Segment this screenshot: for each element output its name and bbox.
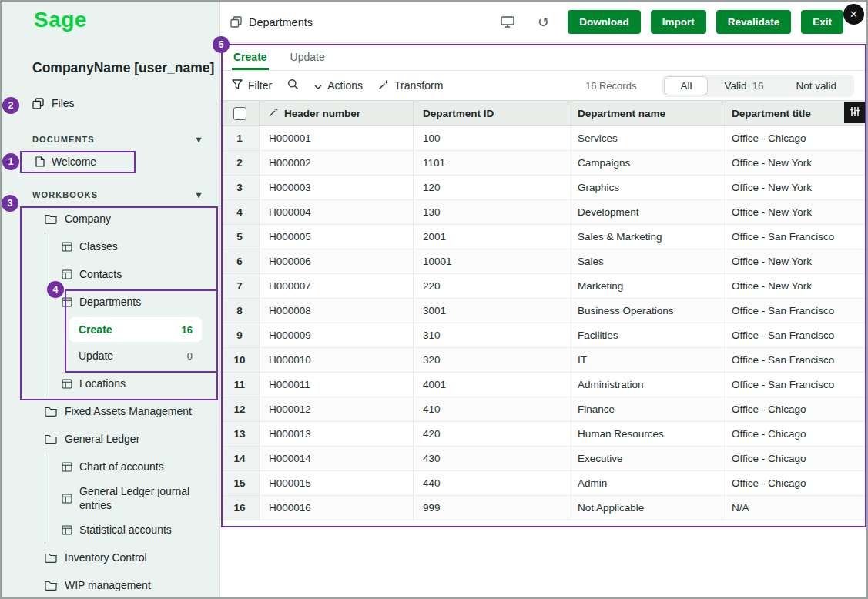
row-number[interactable]: 5 (220, 225, 260, 249)
cell-department-name[interactable]: Executive (568, 447, 722, 471)
cell-department-name[interactable]: Administration (568, 373, 722, 397)
cell-department-id[interactable]: 2001 (414, 225, 568, 249)
table-row[interactable]: 6 H000006 10001 Sales Office - New York (220, 249, 868, 274)
tree-item[interactable]: Update 0 (69, 343, 202, 368)
cell-department-title[interactable]: Office - Chicago (722, 126, 868, 151)
cell-department-name[interactable]: Campaigns (568, 151, 722, 176)
action-button[interactable]: Exit (801, 10, 843, 34)
cell-department-id[interactable]: 420 (414, 422, 568, 447)
cell-header-number[interactable]: H000003 (260, 176, 414, 200)
cell-department-id[interactable]: 430 (414, 447, 568, 471)
cell-department-name[interactable]: Marketing (568, 274, 722, 299)
history-icon[interactable]: ↺ (538, 15, 549, 29)
tree-item[interactable]: General Ledger (2, 425, 219, 453)
cell-department-title[interactable]: Office - Chicago (722, 397, 868, 422)
cell-department-id[interactable]: 100 (414, 126, 568, 151)
cell-department-id[interactable]: 440 (414, 471, 568, 496)
action-button[interactable]: Revalidate (716, 10, 792, 34)
cell-department-id[interactable]: 310 (414, 323, 568, 348)
select-all-checkbox[interactable] (233, 107, 246, 120)
cell-department-name[interactable]: Finance (568, 397, 722, 422)
column-header-header-number[interactable]: Header number (260, 101, 414, 126)
cell-department-title[interactable]: Office - New York (722, 176, 868, 200)
table-row[interactable]: 5 H000005 2001 Sales & Marketing Office … (220, 225, 868, 249)
cell-department-id[interactable]: 3001 (414, 299, 568, 323)
cell-department-id[interactable]: 220 (414, 274, 568, 299)
cell-department-title[interactable]: Office - San Francisco (722, 373, 868, 397)
tree-item[interactable]: Fixed Assets Management (2, 397, 219, 425)
sidebar-item-files[interactable]: Files (32, 97, 75, 109)
filter-button[interactable]: Filter (232, 79, 272, 92)
table-row[interactable]: 11 H000011 4001 Administration Office - … (220, 373, 868, 397)
cell-department-id[interactable]: 4001 (414, 373, 568, 397)
row-number[interactable]: 14 (220, 447, 260, 471)
tree-item[interactable]: WIP management (2, 571, 219, 599)
sidebar-item-welcome[interactable]: Welcome (35, 156, 96, 168)
action-button[interactable]: Import (651, 10, 706, 34)
table-row[interactable]: 7 H000007 220 Marketing Office - New Yor… (220, 274, 868, 299)
row-number[interactable]: 12 (220, 397, 260, 422)
actions-dropdown[interactable]: Actions (314, 79, 363, 92)
cell-department-name[interactable]: Graphics (568, 176, 722, 200)
table-row[interactable]: 2 H000002 1101 Campaigns Office - New Yo… (220, 151, 868, 176)
tab[interactable]: Create (233, 51, 267, 70)
table-row[interactable]: 4 H000004 130 Development Office - New Y… (220, 200, 868, 225)
row-number[interactable]: 3 (220, 176, 260, 200)
row-number[interactable]: 13 (220, 422, 260, 447)
table-row[interactable]: 8 H000008 3001 Business Operations Offic… (220, 299, 868, 323)
close-button[interactable]: ✕ (843, 4, 864, 25)
cell-header-number[interactable]: H000014 (260, 447, 414, 471)
cell-department-id[interactable]: 410 (414, 397, 568, 422)
cell-department-id[interactable]: 120 (414, 176, 568, 200)
tree-item[interactable]: Statistical accounts (2, 516, 219, 544)
transform-button[interactable]: Transform (378, 79, 443, 92)
cell-department-title[interactable]: Office - San Francisco (722, 348, 868, 373)
cell-header-number[interactable]: H000011 (260, 373, 414, 397)
table-row[interactable]: 3 H000003 120 Graphics Office - New York (220, 176, 868, 200)
cell-header-number[interactable]: H000005 (260, 225, 414, 249)
cell-header-number[interactable]: H000008 (260, 299, 414, 323)
row-number[interactable]: 11 (220, 373, 260, 397)
cell-header-number[interactable]: H000002 (260, 151, 414, 176)
row-number[interactable]: 6 (220, 249, 260, 274)
cell-department-id[interactable]: 10001 (414, 249, 568, 274)
table-row[interactable]: 1 H000001 100 Services Office - Chicago (220, 126, 868, 151)
cell-department-name[interactable]: Not Applicable (568, 496, 722, 520)
segment-button[interactable]: All (664, 76, 708, 95)
cell-department-name[interactable]: Business Operations (568, 299, 722, 323)
column-settings-button[interactable] (844, 102, 866, 123)
workbooks-section-header[interactable]: WORKBOOKS ▾ (32, 189, 202, 200)
cell-department-title[interactable]: Office - Chicago (722, 471, 868, 496)
cell-department-title[interactable]: Office - San Francisco (722, 225, 868, 249)
cell-header-number[interactable]: H000016 (260, 496, 414, 520)
row-number[interactable]: 9 (220, 323, 260, 348)
tree-item[interactable]: Locations (2, 370, 219, 397)
cell-department-title[interactable]: Office - New York (722, 274, 868, 299)
tree-item[interactable]: Classes (2, 233, 219, 260)
cell-header-number[interactable]: H000012 (260, 397, 414, 422)
cell-department-name[interactable]: Development (568, 200, 722, 225)
cell-department-name[interactable]: Facilities (568, 323, 722, 348)
tab[interactable]: Update (290, 51, 325, 70)
cell-header-number[interactable]: H000006 (260, 249, 414, 274)
cell-header-number[interactable]: H000015 (260, 471, 414, 496)
row-number[interactable]: 2 (220, 151, 260, 176)
cell-department-title[interactable]: Office - New York (722, 249, 868, 274)
cell-header-number[interactable]: H000013 (260, 422, 414, 447)
cell-department-title[interactable]: Office - Chicago (722, 422, 868, 447)
cell-department-id[interactable]: 320 (414, 348, 568, 373)
cell-department-title[interactable]: N/A (722, 496, 868, 520)
table-row[interactable]: 15 H000015 440 Admin Office - Chicago (220, 471, 868, 496)
cell-department-title[interactable]: Office - New York (722, 200, 868, 225)
table-row[interactable]: 9 H000009 310 Facilities Office - San Fr… (220, 323, 868, 348)
tree-item[interactable]: General Ledger journal entries (2, 480, 219, 516)
row-number[interactable]: 1 (220, 126, 260, 151)
cell-department-name[interactable]: Human Resources (568, 422, 722, 447)
table-row[interactable]: 10 H000010 320 IT Office - San Francisco (220, 348, 868, 373)
cell-header-number[interactable]: H000001 (260, 126, 414, 151)
cell-header-number[interactable]: H000009 (260, 323, 414, 348)
tree-item[interactable]: Departments (2, 288, 219, 316)
chevron-down-icon[interactable]: ▾ (196, 134, 202, 145)
table-row[interactable]: 14 H000014 430 Executive Office - Chicag… (220, 447, 868, 471)
select-all-header[interactable] (220, 101, 260, 126)
